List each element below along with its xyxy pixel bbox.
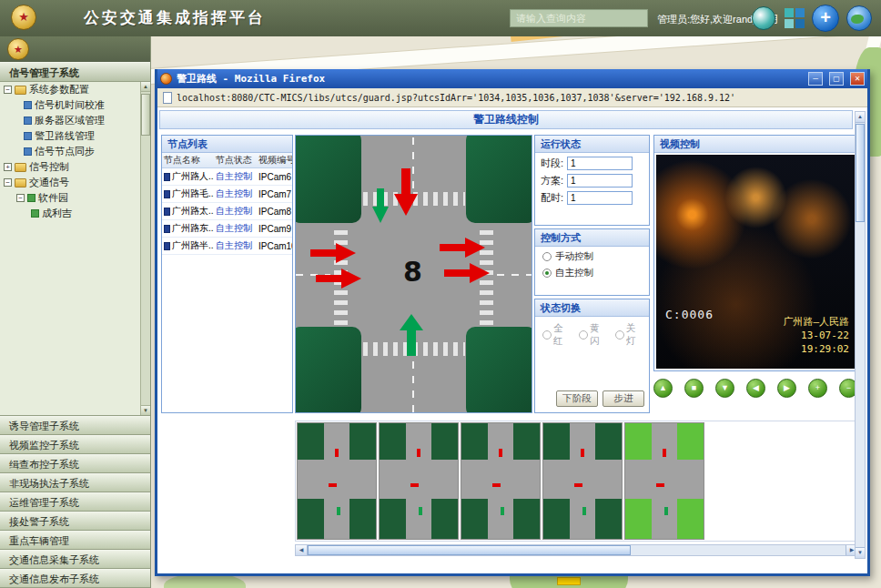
earth-icon[interactable] (846, 5, 872, 31)
thumb-signal-mark (501, 507, 504, 515)
scroll-up-arrow-icon[interactable]: ▲ (856, 112, 865, 123)
node-status[interactable]: 自主控制 (214, 239, 257, 252)
maximize-button[interactable]: ▢ (829, 72, 844, 86)
thumb-corner (625, 499, 652, 539)
sidebar-item-dispatch[interactable]: 接处警子系统 (0, 512, 150, 531)
tree-node-traffic-signal[interactable]: − 交通信号 (0, 175, 150, 190)
yellow-flash-option[interactable]: 黄闪 (579, 322, 607, 348)
thumb-corner (349, 499, 376, 539)
table-row[interactable]: 广州路人... 自主控制 IPCam6 (162, 168, 292, 186)
close-button[interactable]: ✕ (850, 72, 865, 86)
radio-button-icon[interactable] (615, 330, 624, 340)
stop-button[interactable]: ■ (684, 379, 704, 398)
next-stage-button[interactable]: 下阶段 (556, 390, 598, 407)
scroll-down-arrow-icon[interactable]: ▼ (141, 405, 150, 415)
pan-down-button[interactable]: ▼ (715, 379, 734, 398)
phase-thumbnail[interactable] (379, 422, 459, 540)
sidebar-item-operations[interactable]: 运维管理子系统 (0, 492, 150, 512)
horizontal-scrollbar[interactable]: ◀ ▶ (295, 544, 858, 556)
radio-button-icon[interactable] (579, 330, 588, 340)
node-status[interactable]: 自主控制 (214, 222, 257, 235)
sidebar-item-traffic-publish[interactable]: 交通信息发布子系统 (0, 569, 150, 588)
table-row[interactable]: 广州路太... 自主控制 IPCam8 (162, 203, 292, 220)
globe-icon[interactable] (752, 6, 775, 30)
step-button[interactable]: 步进 (603, 390, 644, 407)
sidebar-item-video-surveillance[interactable]: 视频监控子系统 (0, 435, 150, 454)
auto-control-option[interactable]: 自主控制 (535, 263, 649, 279)
sidebar: ★ 信号管理子系统 − 系统参数配置 信号机时间校准 服务器区域管理 警卫路线管… (0, 36, 151, 588)
node-status[interactable]: 自主控制 (214, 205, 257, 218)
node-status[interactable]: 自主控制 (214, 170, 257, 183)
vertical-scrollbar[interactable]: ▲ ▼ (855, 111, 866, 559)
expand-toggle-icon[interactable]: + (4, 163, 12, 171)
page-icon (163, 92, 172, 104)
tree-label: 信号节点同步 (35, 145, 95, 158)
node-camera: IPCam10 (257, 241, 292, 251)
sidebar-item-traffic-collection[interactable]: 交通信息采集子系统 (0, 550, 150, 569)
thumb-corner (431, 499, 458, 539)
node-camera: IPCam7 (257, 189, 292, 199)
thumb-signal-mark (419, 507, 422, 515)
node-camera: IPCam8 (257, 207, 292, 217)
scrollbar-track[interactable] (631, 545, 846, 555)
pan-up-button[interactable]: ▲ (653, 379, 673, 398)
phase-thumbnail[interactable] (542, 422, 623, 540)
sidebar-item-signal-management[interactable]: 信号管理子系统 (0, 62, 150, 82)
sidebar-item-interception[interactable]: 缉查布控子系统 (0, 454, 150, 473)
apps-grid-icon[interactable] (785, 8, 805, 28)
table-row[interactable]: 广州路东... 自主控制 IPCam9 (162, 220, 292, 238)
window-title-bar[interactable]: 警卫路线 - Mozilla Firefox ─ ▢ ✕ (157, 69, 867, 88)
scrollbar-thumb[interactable] (308, 545, 631, 555)
tree-node-signal-sync[interactable]: 信号节点同步 (0, 144, 150, 159)
node-status[interactable]: 自主控制 (214, 188, 257, 200)
pan-right-button[interactable]: ▶ (777, 379, 796, 398)
phase-thumbnail[interactable] (461, 422, 541, 540)
table-row[interactable]: 广州路半... 自主控制 IPCam10 (162, 238, 292, 255)
tree-node-system-params[interactable]: − 系统参数配置 (0, 82, 150, 97)
zoom-in-button[interactable]: + (808, 379, 827, 398)
tree-node-signal-control[interactable]: + 信号控制 (0, 159, 150, 175)
video-date: 13-07-22 (783, 329, 849, 342)
collapse-toggle-icon[interactable]: − (16, 194, 25, 202)
radio-button-icon[interactable] (542, 330, 552, 340)
sidebar-item-offsite-enforcement[interactable]: 非现场执法子系统 (0, 473, 150, 492)
manual-control-option[interactable]: 手动控制 (535, 247, 649, 263)
address-bar[interactable]: localhost:8080/CTC-MICS/libs/utcs/guard.… (157, 88, 867, 107)
url-text[interactable]: localhost:8080/CTC-MICS/libs/utcs/guard.… (177, 93, 735, 103)
timing-field[interactable] (567, 191, 633, 205)
phase-thumbnail-selected[interactable] (624, 422, 704, 540)
state-switch-panel: 状态切换 全红 黄闪 关灯 下阶段 (534, 299, 650, 413)
scroll-down-arrow-icon[interactable]: ▼ (856, 547, 865, 558)
plan-field[interactable] (567, 174, 633, 188)
minimize-button[interactable]: ─ (808, 72, 823, 86)
green-up-arrow-icon (400, 314, 423, 356)
lights-off-option[interactable]: 关灯 (615, 322, 643, 348)
grid-square (795, 19, 805, 28)
radio-button-icon[interactable] (542, 252, 552, 261)
collapse-toggle-icon[interactable]: − (4, 86, 12, 94)
tree-node-guard-route[interactable]: 警卫路线管理 (0, 128, 150, 144)
scroll-left-arrow-icon[interactable]: ◀ (296, 545, 308, 555)
tree-node-server-region[interactable]: 服务器区域管理 (0, 113, 150, 128)
intersection-diagram: 8 (295, 135, 532, 413)
scrollbar-thumb[interactable] (141, 94, 150, 136)
scrollbar-thumb[interactable] (856, 124, 865, 222)
sidebar-item-guidance[interactable]: 诱导管理子系统 (0, 416, 150, 435)
all-red-option[interactable]: 全红 (542, 322, 571, 348)
add-button[interactable]: + (812, 5, 839, 32)
sidebar-item-key-vehicles[interactable]: 重点车辆管理 (0, 531, 150, 550)
radio-button-icon[interactable] (542, 269, 552, 278)
period-field[interactable] (567, 157, 633, 170)
pan-left-button[interactable]: ◀ (746, 379, 765, 398)
tree-scrollbar[interactable]: ▲ ▼ (140, 82, 150, 415)
field-label: 配时: (541, 191, 563, 205)
thumb-corner (677, 423, 704, 460)
search-input[interactable] (510, 9, 648, 27)
table-row[interactable]: 广州路毛... 自主控制 IPCam7 (162, 186, 292, 203)
scroll-up-arrow-icon[interactable]: ▲ (141, 82, 150, 92)
tree-node-time-calibration[interactable]: 信号机时间校准 (0, 97, 150, 113)
collapse-toggle-icon[interactable]: − (4, 178, 12, 187)
tree-node-chengliji[interactable]: 成利吉 (0, 206, 150, 221)
tree-node-software-park[interactable]: − 软件园 (0, 190, 150, 206)
phase-thumbnail[interactable] (297, 422, 377, 540)
